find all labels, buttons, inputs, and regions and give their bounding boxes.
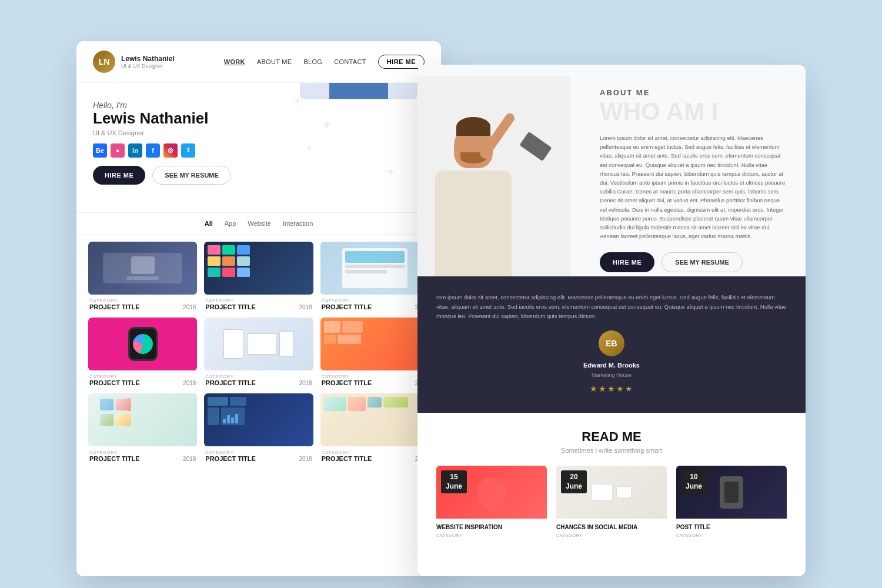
filter-interaction[interactable]: Interaction	[283, 220, 313, 227]
portfolio-item-5[interactable]: CATEGORY PROJECT TITLE 2018	[204, 318, 313, 386]
portfolio-item-2[interactable]: CATEGORY PROJECT TITLE 2018	[204, 242, 313, 310]
portfolio-title-1: PROJECT TITLE	[89, 303, 140, 310]
designer-subtitle: UI & UX Designer	[121, 63, 175, 69]
blog-grid: 15 June WEBSITE INSPIRATION CATEGORY	[436, 466, 787, 543]
deco-plus-2: +	[323, 118, 330, 132]
twitter-icon[interactable]: 𝕥	[181, 143, 195, 158]
nav-about[interactable]: ABOUT ME	[257, 58, 292, 65]
blog-post-title-1: WEBSITE INSPIRATION	[436, 523, 547, 531]
portfolio-cat-4: CATEGORY	[89, 374, 196, 379]
filter-website[interactable]: Website	[248, 220, 271, 227]
testimonial-avatar: EB	[599, 330, 624, 356]
portfolio-item-3[interactable]: CATEGORY PROJECT TITLE 2018	[320, 242, 429, 310]
portfolio-title-5: PROJECT TITLE	[205, 379, 256, 386]
dribbble-icon[interactable]: ●	[111, 143, 125, 158]
blog-post-cat-3: CATEGORY	[676, 533, 787, 538]
name-block: Lewis Nathaniel UI & UX Designer	[121, 55, 175, 69]
portfolio-item-7[interactable]: CATEGORY PROJECT TITLE 2018	[88, 393, 197, 462]
portfolio-cat-7: CATEGORY	[89, 450, 196, 455]
portfolio-year-1: 2018	[183, 304, 196, 310]
blog-post-1[interactable]: 15 June WEBSITE INSPIRATION CATEGORY	[436, 466, 547, 543]
blog-title: READ ME	[436, 429, 787, 445]
portfolio-item-6[interactable]: CATEGORY PROJECT TITLE 2018	[320, 318, 429, 386]
portfolio-cat-6: CATEGORY	[322, 374, 428, 379]
portfolio-item-8[interactable]: CATEGORY PROJECT TITLE 2018	[204, 393, 313, 462]
portfolio-title-2: PROJECT TITLE	[205, 303, 256, 310]
blog-info-2: CHANGES IN SOCIAL MEDIA CATEGORY	[556, 519, 667, 543]
designer-name: Lewis Nathaniel	[121, 55, 175, 63]
portfolio-year-5: 2018	[299, 380, 312, 386]
hire-me-button[interactable]: HIRE ME	[93, 166, 145, 185]
portfolio-cat-5: CATEGORY	[205, 374, 312, 379]
cta-buttons: HIRE ME SEE MY RESUME	[93, 166, 231, 185]
hero-person-image	[300, 83, 417, 99]
facebook-icon[interactable]: f	[146, 143, 160, 158]
portfolio-title-6: PROJECT TITLE	[322, 379, 372, 386]
blog-post-title-3: POST TITLE	[676, 523, 787, 531]
portfolio-year-8: 2018	[299, 456, 312, 462]
testimonial-section: rem ipsum dolor sit amet, consectetur ad…	[417, 276, 806, 413]
nav: WORK ABOUT ME BLOG CONTACT HIRE ME	[224, 55, 425, 69]
blog-post-3[interactable]: 10 June POST TITLE CATEGORY	[676, 466, 787, 543]
hero-greeting: Hello, I'm	[93, 101, 231, 110]
about-hire-button[interactable]: HIRE ME	[600, 252, 654, 272]
blog-date-3: 10 June	[681, 470, 707, 493]
portfolio-cat-8: CATEGORY	[205, 450, 312, 455]
filter-app[interactable]: App	[225, 220, 236, 227]
hero-inner: Hello, I'm Lewis Nathaniel UI & UX Desig…	[76, 83, 441, 99]
portfolio-title-8: PROJECT TITLE	[205, 455, 256, 462]
blog-post-title-2: CHANGES IN SOCIAL MEDIA	[556, 523, 667, 531]
blog-section: READ ME Sometimes I write something smar…	[417, 413, 806, 554]
blog-subtitle: Sometimes I write something smart	[436, 447, 787, 454]
hero-section: + + + + + Hello, I'm Lewis Nathaniel UI …	[76, 83, 441, 212]
portfolio-title-9: PROJECT TITLE	[322, 455, 372, 462]
behance-icon[interactable]: Be	[93, 143, 107, 158]
who-am-i-heading: WHO AM I	[600, 99, 788, 124]
deco-plus-3: +	[306, 142, 313, 155]
hero-text: Hello, I'm Lewis Nathaniel UI & UX Desig…	[93, 101, 231, 185]
blog-date-1: 15 June	[441, 470, 467, 493]
about-person-image	[417, 76, 570, 276]
about-resume-button[interactable]: SEE MY RESUME	[662, 252, 743, 272]
portfolio-item-1[interactable]: CATEGORY PROJECT TITLE 2018	[88, 242, 197, 310]
blog-info-1: WEBSITE INSPIRATION CATEGORY	[436, 519, 547, 543]
nav-blog[interactable]: BLOG	[303, 58, 322, 65]
filter-all[interactable]: All	[205, 220, 213, 227]
resume-button[interactable]: SEE MY RESUME	[152, 166, 231, 185]
portfolio-cat-3: CATEGORY	[322, 298, 428, 303]
about-label: ABOUT ME	[600, 88, 788, 97]
portfolio-title-4: PROJECT TITLE	[89, 379, 140, 386]
blog-post-2[interactable]: 20 June CHANGES IN SOCIAL MEDIA CATEGORY	[556, 466, 667, 543]
social-icons: Be ● in f ◎ 𝕥	[93, 143, 231, 158]
portfolio-cat-2: CATEGORY	[205, 298, 312, 303]
portfolio-title-7: PROJECT TITLE	[89, 455, 140, 462]
nav-work[interactable]: WORK	[224, 58, 245, 65]
testimonial-text: rem ipsum dolor sit amet, consectetur ad…	[436, 293, 787, 321]
instagram-icon[interactable]: ◎	[163, 143, 178, 158]
portfolio-title-3: PROJECT TITLE	[322, 303, 372, 310]
portfolio-item-9[interactable]: CATEGORY PROJECT TITLE 2018	[320, 393, 429, 462]
blog-post-cat-1: CATEGORY	[436, 533, 547, 538]
blog-post-cat-2: CATEGORY	[556, 533, 667, 538]
about-buttons: HIRE ME SEE MY RESUME	[600, 252, 788, 272]
deco-plus-4: +	[387, 165, 394, 179]
right-card: ABOUT ME WHO AM I Lorem ipsum dolor sit …	[417, 65, 806, 576]
about-body-text: Lorem ipsum dolor sit amet, consectetur …	[600, 133, 788, 240]
blog-date-2: 20 June	[561, 470, 587, 493]
portfolio-cat-1: CATEGORY	[89, 298, 196, 303]
about-text: ABOUT ME WHO AM I Lorem ipsum dolor sit …	[600, 88, 788, 272]
logo: LN Lewis Nathaniel UI & UX Designer	[93, 51, 175, 73]
hero-name: Lewis Nathaniel	[93, 110, 231, 127]
blog-info-3: POST TITLE CATEGORY	[676, 519, 787, 543]
avatar: LN	[93, 51, 115, 73]
linkedin-icon[interactable]: in	[128, 143, 142, 158]
testimonial-role: Marketing House	[592, 371, 632, 380]
portfolio-year-4: 2018	[183, 380, 196, 386]
left-card-header: LN Lewis Nathaniel UI & UX Designer WORK…	[76, 41, 441, 83]
hero-role: UI & UX Designer	[93, 129, 231, 136]
portfolio-cat-9: CATEGORY	[322, 450, 428, 455]
testimonial-stars: ★★★★★	[590, 382, 634, 396]
nav-contact[interactable]: CONTACT	[334, 58, 366, 65]
portfolio-item-4[interactable]: CATEGORY PROJECT TITLE 2018	[88, 318, 197, 386]
testimonial-name: Edward M. Brooks	[583, 360, 640, 371]
